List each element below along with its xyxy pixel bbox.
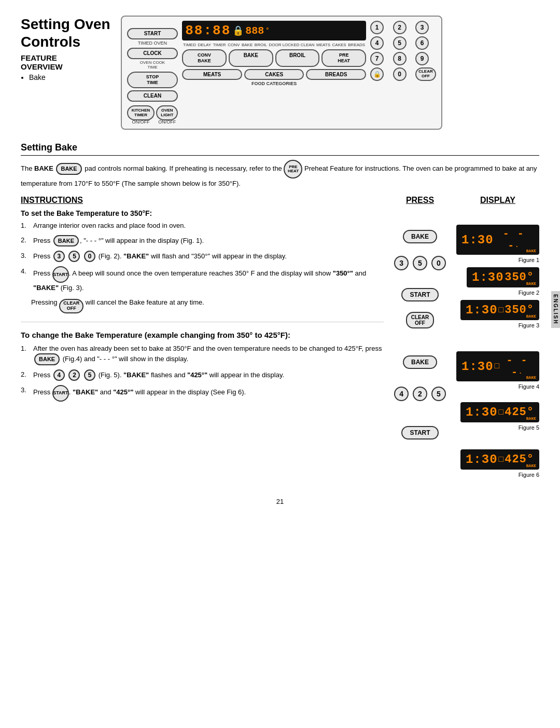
num-9-button[interactable]: 9 [415,52,429,65]
press-start-2: START [389,425,451,441]
fig2-caption: Figure 2 [519,290,539,296]
step-1: 1. Arrange interior oven racks and place… [21,221,384,231]
subsection1-title: To set the Bake Temperature to 350°F: [21,209,384,217]
clean-button[interactable]: CLEAN [127,90,178,102]
kitchen-timer-button[interactable]: KITCHENTIMER [127,105,155,120]
start-step2-3-btn[interactable]: START [52,385,69,402]
num-5-step2-btn[interactable]: 5 [84,369,95,381]
step-3: 3. Press 3 5 0 (Fig. 2). "BAKE" will fla… [21,251,384,262]
num-7-button[interactable]: 7 [370,52,384,65]
lock-button[interactable]: 🔒 [370,67,384,81]
press-3-btn[interactable]: 3 [394,256,409,270]
top-section: Setting Oven Controls FEATURE OVERVIEW B… [21,16,539,130]
broil-button[interactable]: BROIL [275,49,320,67]
num-6-button[interactable]: 6 [415,36,429,50]
press-bake-btn-1[interactable]: BAKE [403,230,437,243]
num-4-step2-btn[interactable]: 4 [53,369,65,381]
step2-2: 2. Press 4 2 5 (Fig. 5). "BAKE" flashes … [21,369,384,381]
press-bake-2: BAKE [389,354,451,370]
oven-display: 88:88 🔒 888 ° [182,21,366,40]
english-tab: ENGLISH [551,291,560,327]
press-0-btn[interactable]: 0 [431,256,446,270]
oven-light-button[interactable]: OVENLIGHT [156,105,178,120]
press-start-btn-2[interactable]: START [401,426,438,439]
fig3-caption: Figure 3 [519,322,539,328]
press-start-btn-1[interactable]: START [401,288,438,301]
section-title: Setting Bake [21,142,539,156]
num-5-step3-btn[interactable]: 5 [68,251,80,262]
step2-1: 1. After the oven has already been set t… [21,344,384,365]
press-bake-1: BAKE [389,229,451,244]
figure-4: 1:30 □ - - -· BAKE [456,351,539,381]
press-5-btn[interactable]: 5 [413,256,427,270]
num-5-button[interactable]: 5 [393,36,407,50]
start-button[interactable]: START [127,28,178,39]
press-4-btn[interactable]: 4 [394,387,409,401]
display-labels-row: TIMED DELAY TIMER CONV BAKE BROIL DOOR L… [182,43,366,47]
display-digits: 88:88 [185,23,231,38]
instructions-header: INSTRUCTIONS [21,196,384,205]
setting-bake-section: Setting Bake The BAKE BAKE pad controls … [21,142,539,483]
instructions-col: INSTRUCTIONS To set the Bake Temperature… [21,196,384,482]
bake-bullet: Bake [29,73,110,81]
num-1-button[interactable]: 1 [370,21,384,34]
display-icon: 🔒 [232,25,244,36]
stop-time-button[interactable]: STOPTIME [127,72,178,88]
breads-button[interactable]: BREADS [306,69,366,80]
press-clearoff: CLEAROFF [389,312,451,328]
fig5-caption: Figure 5 [519,424,539,431]
step2-3: 3. Press START. "BAKE" and "425°" will a… [21,385,384,402]
press-5b-btn[interactable]: 5 [431,387,446,401]
figure-3: 1:30 □ 350° BAKE [460,300,539,320]
clear-off-inline-btn[interactable]: CLEAROFF [59,299,83,313]
num-3-step3-btn[interactable]: 3 [53,251,65,262]
num-3-button[interactable]: 3 [415,21,429,34]
page-title: Setting Oven Controls [21,16,110,50]
display-col: DISPLAY 1:30 - - -· BAKE Figure 1 1:30 3… [456,196,539,482]
preheat-badge: PREHEAT [284,160,302,178]
press-col: PRESS BAKE 3 5 0 START CLEAROFF [389,196,451,482]
subsection2-title: To change the Bake Temperature (example … [21,331,384,339]
num-2-button[interactable]: 2 [393,21,407,34]
num-4-button[interactable]: 4 [370,36,384,50]
numpad: 1 2 3 4 5 6 7 8 9 🔒 0 CLEAROFF [370,21,436,81]
cakes-button[interactable]: CAKES [244,69,304,80]
press-clearoff-btn[interactable]: CLEAROFF [406,312,434,328]
fig6-caption: Figure 6 [519,472,539,478]
display-header: DISPLAY [456,196,539,205]
press-2-btn[interactable]: 2 [413,387,427,401]
function-buttons-row: CONVBAKE BAKE BROIL PREHEAT [182,49,366,67]
figure-1: 1:30 - - -· BAKE [456,225,539,255]
num-0-step3-btn[interactable]: 0 [84,251,95,262]
step-4: 4. Press START. A beep will sound once t… [21,266,384,293]
clear-off-button[interactable]: CLEAROFF [415,67,436,81]
num-0-button[interactable]: 0 [393,67,407,81]
start-step4-btn[interactable]: START [52,266,69,283]
steps-list-1: 1. Arrange interior oven racks and place… [21,221,384,293]
fig4-caption: Figure 4 [519,383,539,390]
intro-text: The BAKE BAKE pad controls normal baking… [21,160,539,189]
figure-2: 1:30 350° BAKE [467,267,539,287]
step-2: 2. Press BAKE, "- - - °" will appear in … [21,235,384,247]
figure-6: 1:30 □ 425° BAKE [460,449,539,470]
feature-label: FEATURE OVERVIEW [21,53,110,71]
num-8-button[interactable]: 8 [393,52,407,65]
press-425: 4 2 5 [389,386,451,402]
panel-left-col: START TIMED OVEN CLOCK OVEN COOKTIME STO… [127,21,178,125]
pre-heat-button[interactable]: PREHEAT [321,49,366,67]
fig1-caption: Figure 1 [519,257,539,263]
press-bake-btn-2[interactable]: BAKE [403,355,437,369]
oven-cook-time-label: OVEN COOKTIME [127,60,178,70]
conv-bake-button[interactable]: CONVBAKE [182,49,227,67]
food-cat-row: MEATS CAKES BREADS [182,69,366,80]
num-2-step2-btn[interactable]: 2 [68,369,80,381]
clock-button[interactable]: CLOCK [127,48,178,59]
bake-inline-btn[interactable]: BAKE [56,163,81,175]
bake-step2-btn[interactable]: BAKE [53,235,79,247]
press-start-1: START [389,287,451,303]
section-divider [21,322,384,322]
meats-button[interactable]: MEATS [182,69,242,80]
bake-button[interactable]: BAKE [229,49,273,67]
bake-step2-1-btn[interactable]: BAKE [34,353,60,365]
display-temp: 888 [245,25,264,37]
